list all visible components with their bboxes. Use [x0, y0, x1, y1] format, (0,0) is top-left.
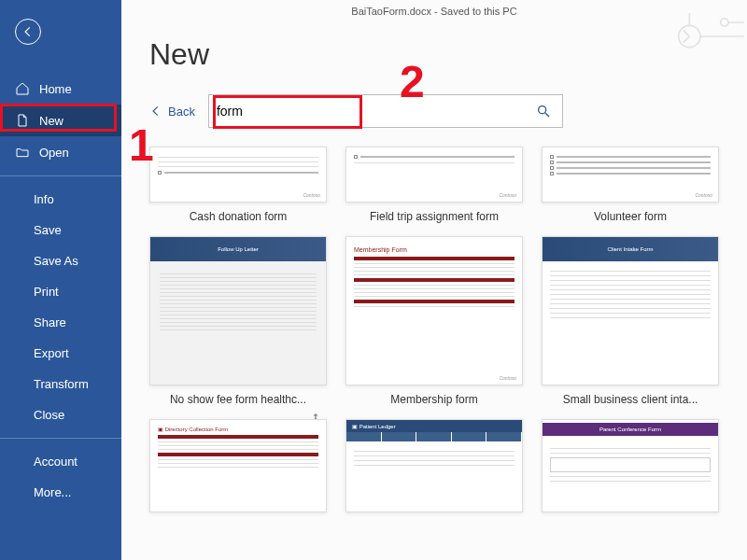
- template-caption: Cash donation form: [190, 210, 288, 223]
- template-card[interactable]: ▣ Patient Ledger: [345, 419, 523, 512]
- back-link[interactable]: Back: [149, 105, 195, 119]
- template-caption: Membership form: [390, 393, 477, 406]
- new-doc-icon: [15, 113, 30, 128]
- template-thumb: Contoso: [149, 147, 327, 203]
- sidebar-item-account[interactable]: Account: [0, 446, 121, 477]
- template-thumb: ▣ Patient Ledger: [345, 419, 523, 512]
- template-card[interactable]: Parent Conference Form: [542, 419, 719, 512]
- sidebar-primary: Home New Open: [0, 73, 121, 168]
- sidebar-item-save-as[interactable]: Save As: [0, 245, 121, 276]
- template-thumb: Membership Form Contoso: [345, 236, 523, 385]
- template-card[interactable]: Contoso Field trip assignment form: [345, 147, 523, 223]
- sidebar-item-home[interactable]: Home: [0, 73, 121, 105]
- template-caption: No show fee form healthc...: [170, 393, 306, 406]
- search-input[interactable]: [217, 104, 532, 119]
- sidebar-label: New: [39, 114, 63, 128]
- template-search-box: [208, 94, 563, 128]
- sidebar-item-print[interactable]: Print: [0, 276, 121, 307]
- open-folder-icon: [15, 145, 30, 160]
- template-card[interactable]: Client Intake Form Small business client…: [542, 236, 719, 406]
- svg-point-1: [721, 19, 728, 26]
- sidebar-item-transform[interactable]: Transform: [0, 369, 121, 399]
- sidebar-item-save[interactable]: Save: [0, 215, 121, 245]
- template-card[interactable]: Follow Up Letter No show fee form health…: [149, 236, 327, 406]
- template-card[interactable]: ▣ Directory Collection Form: [149, 419, 327, 512]
- template-caption: Volunteer form: [594, 210, 667, 223]
- template-thumb: Follow Up Letter: [149, 236, 327, 385]
- back-button[interactable]: [15, 19, 41, 45]
- main-panel: BaiTaoForm.docx - Saved to this PC New B…: [121, 0, 747, 560]
- template-card[interactable]: Contoso Cash donation form: [149, 147, 327, 223]
- sidebar-item-info[interactable]: Info: [0, 184, 121, 215]
- sidebar-label: Home: [39, 82, 72, 96]
- sidebar-label: Open: [39, 146, 69, 160]
- annotation-number-1: 1: [129, 119, 154, 171]
- title-bar-text: BaiTaoForm.docx - Saved to this PC: [121, 6, 747, 17]
- template-caption: Small business client inta...: [563, 393, 698, 406]
- template-card[interactable]: Contoso Volunteer form: [542, 147, 719, 223]
- sidebar-item-more[interactable]: More...: [0, 477, 121, 508]
- back-arrow-icon: [21, 25, 35, 38]
- divider: [0, 175, 121, 176]
- sidebar-item-new[interactable]: New: [0, 105, 121, 136]
- sidebar-footer: Account More...: [0, 446, 121, 508]
- back-link-label: Back: [168, 105, 195, 119]
- divider: [0, 438, 121, 439]
- template-thumb: Contoso: [542, 147, 719, 203]
- sidebar-item-share[interactable]: Share: [0, 307, 121, 338]
- sidebar-secondary: Info Save Save As Print Share Export Tra…: [0, 184, 121, 430]
- back-arrow-icon: [149, 105, 162, 118]
- search-icon: [536, 104, 551, 119]
- search-button[interactable]: [532, 100, 555, 122]
- annotation-number-2: 2: [400, 56, 425, 107]
- page-title: New: [149, 37, 719, 72]
- template-thumb: Contoso: [345, 147, 523, 203]
- sidebar-item-open[interactable]: Open: [0, 136, 121, 168]
- sidebar-item-export[interactable]: Export: [0, 338, 121, 369]
- template-thumb: Client Intake Form: [542, 236, 719, 385]
- template-thumb: Parent Conference Form: [542, 419, 719, 512]
- template-thumb: ▣ Directory Collection Form: [149, 419, 327, 512]
- home-icon: [15, 81, 30, 96]
- backstage-sidebar: Home New Open Info Save Save As Print Sh…: [0, 0, 121, 560]
- svg-point-2: [539, 106, 546, 114]
- template-card[interactable]: Membership Form Contoso Membership form: [345, 236, 523, 406]
- template-grid: Contoso Cash donation form Contoso Field…: [149, 147, 719, 512]
- sidebar-item-close[interactable]: Close: [0, 399, 121, 430]
- template-caption: Field trip assignment form: [370, 210, 499, 223]
